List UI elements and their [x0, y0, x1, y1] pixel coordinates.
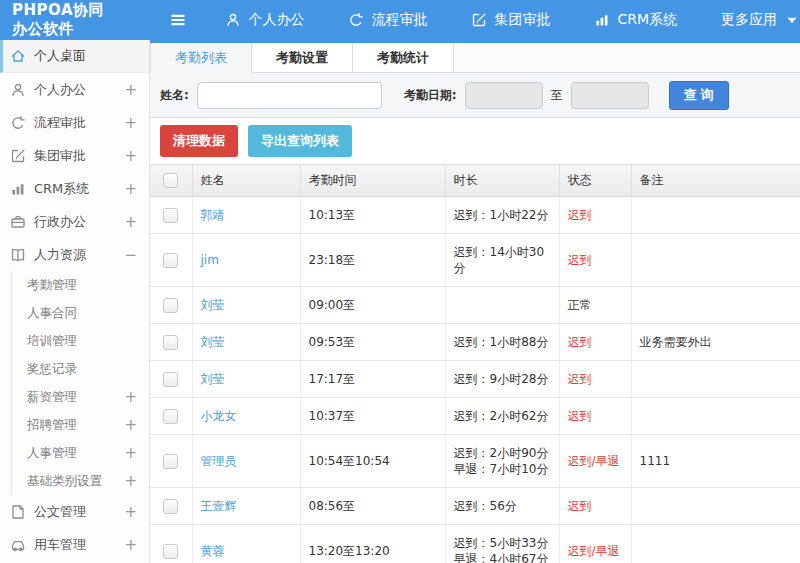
time-cell: 09:53至 — [300, 324, 445, 361]
collapse-minus-icon[interactable]: − — [124, 246, 137, 264]
expand-plus-icon[interactable]: + — [124, 536, 137, 554]
sidebar-item-recruitment-management[interactable]: 招聘管理+ — [0, 411, 149, 439]
to-label: 至 — [551, 87, 563, 104]
table-row: 刘莹09:53至迟到：1小时88分迟到业务需要外出 — [150, 324, 800, 361]
topnav-item-workflow-approval[interactable]: 流程审批 — [348, 11, 427, 29]
expand-plus-icon[interactable]: + — [124, 81, 137, 99]
employee-name-link[interactable]: 黄蓉 — [201, 544, 225, 558]
expand-plus-icon[interactable]: + — [124, 444, 137, 462]
topnav-item-group-approval[interactable]: 集团审批 — [471, 11, 550, 29]
note-cell: 业务需要外出 — [631, 324, 800, 361]
date-label: 考勤日期: — [404, 87, 457, 104]
row-checkbox[interactable] — [163, 298, 178, 313]
topnav: 个人办公流程审批集团审批CRM系统更多应用 — [225, 11, 800, 29]
name-cell: 郭靖 — [192, 197, 300, 234]
edit-icon — [10, 148, 26, 164]
table-row: 郭靖10:13至迟到：1小时22分迟到 — [150, 197, 800, 234]
name-cell: jim — [192, 234, 300, 287]
name-input[interactable] — [197, 82, 382, 109]
table-row: 管理员10:54至10:54迟到：2小时90分 早退：7小时10分迟到/早退11… — [150, 435, 800, 488]
status-cell: 迟到 — [559, 234, 631, 287]
sidebar-item-label: 奖惩记录 — [27, 361, 137, 378]
sidebar-item-admin-office[interactable]: 行政办公+ — [0, 205, 149, 238]
car-icon — [10, 537, 26, 553]
employee-name-link[interactable]: 王壹辉 — [201, 499, 237, 513]
time-cell: 13:20至13:20 — [300, 525, 445, 563]
table-row: jim23:18至迟到：14小时30分迟到 — [150, 234, 800, 287]
employee-name-link[interactable]: 管理员 — [201, 454, 237, 468]
sidebar-item-label: 个人办公 — [34, 81, 120, 99]
sidebar-item-label: 考勤管理 — [27, 277, 137, 294]
expand-plus-icon[interactable]: + — [124, 416, 137, 434]
export-list-button[interactable]: 导出查询列表 — [248, 125, 352, 157]
employee-name-link[interactable]: jim — [201, 253, 219, 267]
date-from-input[interactable] — [465, 82, 543, 109]
sidebar-item-reward-punishment-records[interactable]: 奖惩记录 — [0, 355, 149, 383]
date-to-input[interactable] — [571, 82, 649, 109]
sidebar-item-training-management[interactable]: 培训管理 — [0, 327, 149, 355]
row-select-cell — [150, 361, 192, 398]
app-title: PHPOA协同办公软件 — [0, 1, 111, 39]
sidebar-item-salary-management[interactable]: 薪资管理+ — [0, 383, 149, 411]
sidebar-item-document-management[interactable]: 公文管理+ — [0, 495, 149, 528]
home-icon — [10, 48, 26, 64]
topnav-item-label: 个人办公 — [248, 11, 304, 29]
row-checkbox[interactable] — [163, 499, 178, 514]
sidebar-item-label: 集团审批 — [34, 147, 120, 165]
select-all-checkbox[interactable] — [163, 173, 178, 188]
employee-name-link[interactable]: 刘莹 — [201, 335, 225, 349]
employee-name-link[interactable]: 小龙女 — [201, 409, 237, 423]
topnav-item-personal-office[interactable]: 个人办公 — [225, 11, 304, 29]
status-cell: 迟到 — [559, 398, 631, 435]
table-row: 刘莹09:00至正常 — [150, 287, 800, 324]
expand-plus-icon[interactable]: + — [124, 147, 137, 165]
row-checkbox[interactable] — [163, 253, 178, 268]
tab-attendance-list[interactable]: 考勤列表 — [150, 43, 252, 73]
expand-plus-icon[interactable]: + — [124, 503, 137, 521]
time-cell: 10:13至 — [300, 197, 445, 234]
row-checkbox[interactable] — [163, 544, 178, 559]
expand-plus-icon[interactable]: + — [124, 472, 137, 490]
expand-plus-icon[interactable]: + — [124, 213, 137, 231]
status-cell: 迟到 — [559, 488, 631, 525]
employee-name-link[interactable]: 刘莹 — [201, 372, 225, 386]
expand-plus-icon[interactable]: + — [124, 114, 137, 132]
tab-attendance-settings[interactable]: 考勤设置 — [252, 43, 353, 72]
employee-name-link[interactable]: 刘莹 — [201, 298, 225, 312]
table-body: 郭靖10:13至迟到：1小时22分迟到jim23:18至迟到：14小时30分迟到… — [150, 197, 800, 563]
row-checkbox[interactable] — [163, 208, 178, 223]
expand-plus-icon[interactable]: + — [124, 180, 137, 198]
row-select-cell — [150, 287, 192, 324]
sidebar-item-personnel-contract[interactable]: 人事合同 — [0, 299, 149, 327]
sidebar-item-workflow-approval[interactable]: 流程审批+ — [0, 106, 149, 139]
sidebar-item-attendance-management[interactable]: 考勤管理 — [0, 271, 149, 299]
query-button[interactable]: 查 询 — [669, 81, 729, 110]
sidebar-item-personal-desktop[interactable]: 个人桌面 — [0, 40, 149, 73]
tab-attendance-statistics[interactable]: 考勤统计 — [353, 43, 454, 72]
row-checkbox[interactable] — [163, 335, 178, 350]
sidebar-item-label: 人力资源 — [34, 246, 120, 264]
column-header: 姓名 — [192, 165, 300, 197]
topnav-item-more-apps[interactable]: 更多应用 — [721, 11, 800, 29]
sidebar-item-human-resources[interactable]: 人力资源− — [0, 238, 149, 271]
row-checkbox[interactable] — [163, 454, 178, 469]
status-cell: 正常 — [559, 287, 631, 324]
topnav-item-crm-system[interactable]: CRM系统 — [594, 11, 677, 29]
sidebar-item-personal-office[interactable]: 个人办公+ — [0, 73, 149, 106]
expand-plus-icon[interactable]: + — [124, 388, 137, 406]
sidebar-item-label: 用车管理 — [34, 536, 120, 554]
status-cell: 迟到/早退 — [559, 525, 631, 563]
menu-toggle-icon[interactable] — [169, 11, 187, 29]
time-cell: 17:17至 — [300, 361, 445, 398]
sidebar-item-personnel-management[interactable]: 人事管理+ — [0, 439, 149, 467]
clean-data-button[interactable]: 清理数据 — [160, 125, 238, 157]
row-checkbox[interactable] — [163, 409, 178, 424]
sidebar-item-basic-category-settings[interactable]: 基础类别设置+ — [0, 467, 149, 495]
employee-name-link[interactable]: 郭靖 — [201, 208, 225, 222]
row-checkbox[interactable] — [163, 372, 178, 387]
user-icon — [10, 82, 26, 98]
sidebar-item-label: 流程审批 — [34, 114, 120, 132]
sidebar-item-group-approval[interactable]: 集团审批+ — [0, 139, 149, 172]
sidebar-item-vehicle-management[interactable]: 用车管理+ — [0, 528, 149, 561]
sidebar-item-crm-system[interactable]: CRM系统+ — [0, 172, 149, 205]
